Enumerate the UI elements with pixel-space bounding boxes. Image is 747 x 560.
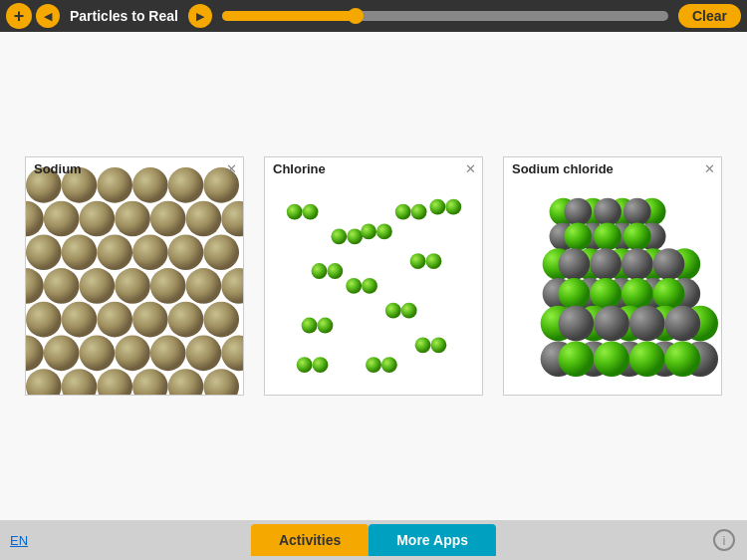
svg-point-4 xyxy=(168,167,204,203)
language-link[interactable]: EN xyxy=(10,533,28,548)
svg-point-53 xyxy=(362,278,377,294)
svg-point-102 xyxy=(590,278,622,310)
svg-point-35 xyxy=(115,335,150,371)
svg-point-43 xyxy=(168,369,204,395)
svg-point-30 xyxy=(168,302,204,338)
svg-point-48 xyxy=(331,228,347,244)
svg-point-44 xyxy=(203,369,239,395)
chlorine-visualization xyxy=(265,157,482,395)
progress-bar[interactable] xyxy=(222,11,668,21)
svg-point-119 xyxy=(559,341,595,377)
svg-point-51 xyxy=(426,253,442,269)
svg-point-78 xyxy=(594,198,622,226)
svg-point-14 xyxy=(62,234,98,270)
svg-point-18 xyxy=(203,234,239,270)
chlorine-close[interactable]: ✕ xyxy=(465,161,476,176)
svg-point-94 xyxy=(622,248,653,280)
svg-point-58 xyxy=(415,337,431,353)
svg-point-52 xyxy=(346,278,362,294)
svg-point-6 xyxy=(26,201,44,237)
nacl-title: Sodium chloride xyxy=(512,161,614,176)
svg-point-50 xyxy=(410,253,426,269)
svg-point-26 xyxy=(26,302,62,338)
svg-point-11 xyxy=(186,201,222,237)
tab-activities[interactable]: Activities xyxy=(251,524,369,556)
svg-point-20 xyxy=(44,268,80,304)
svg-point-28 xyxy=(97,302,132,338)
svg-point-70 xyxy=(361,223,376,239)
svg-point-8 xyxy=(80,201,116,237)
svg-point-60 xyxy=(312,263,328,279)
svg-point-103 xyxy=(622,278,653,310)
svg-point-92 xyxy=(559,248,591,280)
svg-point-65 xyxy=(313,357,329,373)
nacl-panel: Sodium chloride ✕ xyxy=(503,156,722,396)
svg-point-27 xyxy=(62,302,98,338)
svg-point-17 xyxy=(168,234,204,270)
svg-point-122 xyxy=(665,341,701,377)
prev-button[interactable] xyxy=(36,4,60,28)
svg-point-12 xyxy=(221,201,243,237)
nacl-visualization xyxy=(504,157,721,395)
svg-point-111 xyxy=(594,306,629,342)
svg-point-77 xyxy=(564,198,592,226)
svg-point-32 xyxy=(26,335,44,371)
svg-point-66 xyxy=(429,199,445,215)
clear-button[interactable]: Clear xyxy=(678,4,741,28)
svg-point-13 xyxy=(26,234,62,270)
svg-point-40 xyxy=(62,369,98,395)
svg-point-101 xyxy=(559,278,591,310)
svg-point-56 xyxy=(302,318,318,334)
svg-point-121 xyxy=(629,341,665,377)
svg-point-84 xyxy=(564,222,592,250)
toolbar: + Particles to Real Clear xyxy=(0,0,747,32)
svg-point-79 xyxy=(623,198,651,226)
sodium-title: Sodium xyxy=(34,161,82,176)
info-icon[interactable]: i xyxy=(713,529,735,551)
svg-point-10 xyxy=(150,201,186,237)
svg-point-25 xyxy=(221,268,243,304)
svg-point-63 xyxy=(381,357,397,373)
svg-point-64 xyxy=(297,357,313,373)
page-title: Particles to Real xyxy=(64,8,184,24)
progress-knob[interactable] xyxy=(348,8,364,24)
svg-point-2 xyxy=(97,167,132,203)
svg-point-49 xyxy=(347,228,363,244)
svg-point-95 xyxy=(653,248,685,280)
sodium-close[interactable]: ✕ xyxy=(226,161,237,176)
tab-more-apps[interactable]: More Apps xyxy=(369,524,496,556)
nacl-close[interactable]: ✕ xyxy=(704,161,715,176)
svg-point-19 xyxy=(26,268,44,304)
bottom-bar: EN Activities More Apps i xyxy=(0,520,747,560)
svg-point-37 xyxy=(186,335,222,371)
svg-point-23 xyxy=(150,268,186,304)
svg-point-110 xyxy=(559,306,595,342)
svg-point-46 xyxy=(395,204,411,220)
add-button[interactable]: + xyxy=(6,3,32,29)
svg-point-29 xyxy=(132,302,168,338)
svg-point-31 xyxy=(203,302,239,338)
svg-point-113 xyxy=(665,306,701,342)
svg-point-15 xyxy=(97,234,132,270)
svg-point-36 xyxy=(150,335,186,371)
chlorine-panel: Chlorine ✕ xyxy=(264,156,483,396)
svg-point-41 xyxy=(97,369,132,395)
progress-fill xyxy=(222,11,356,21)
svg-point-47 xyxy=(411,204,427,220)
svg-point-68 xyxy=(287,204,303,220)
svg-point-93 xyxy=(590,248,622,280)
svg-point-61 xyxy=(327,263,343,279)
svg-point-69 xyxy=(303,204,319,220)
svg-point-104 xyxy=(653,278,685,310)
svg-point-112 xyxy=(629,306,665,342)
svg-point-85 xyxy=(594,222,622,250)
svg-point-59 xyxy=(430,337,446,353)
svg-point-3 xyxy=(132,167,168,203)
svg-point-33 xyxy=(44,335,80,371)
next-button[interactable] xyxy=(188,4,212,28)
svg-point-86 xyxy=(623,222,651,250)
svg-point-7 xyxy=(44,201,80,237)
svg-point-120 xyxy=(594,341,629,377)
svg-point-24 xyxy=(186,268,222,304)
svg-point-57 xyxy=(318,318,334,334)
